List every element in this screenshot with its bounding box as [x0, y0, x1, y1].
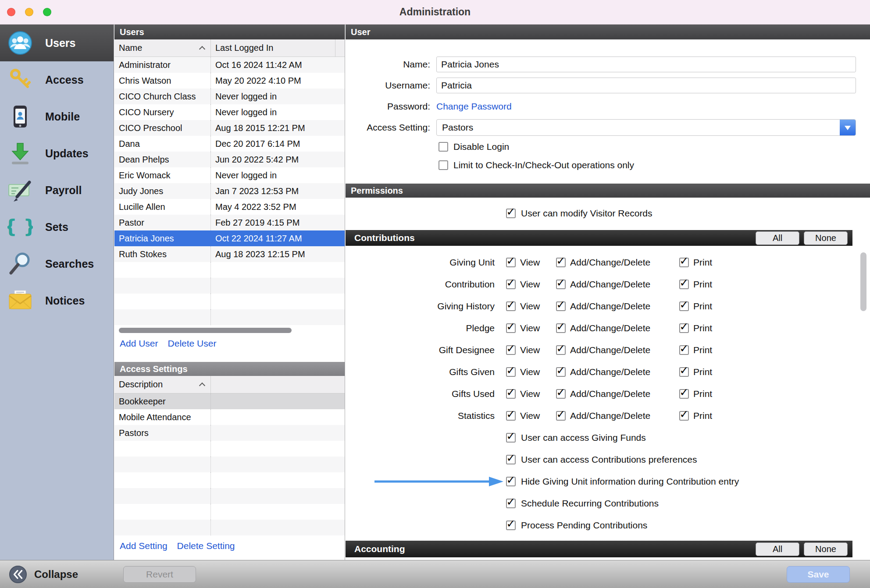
add-change-delete-checkbox[interactable]: [556, 367, 566, 377]
accounting-none-button[interactable]: None: [804, 542, 848, 556]
print-checkbox[interactable]: [679, 258, 689, 267]
user-row[interactable]: Judy Jones Jan 7 2023 12:53 PM: [114, 183, 345, 199]
add-change-delete-checkbox[interactable]: [556, 323, 566, 333]
sidebar-item-payroll[interactable]: Payroll: [0, 172, 114, 209]
sidebar-item-mobile[interactable]: Mobile: [0, 98, 114, 135]
user-row[interactable]: Lucille Allen May 4 2022 3:52 PM: [114, 199, 345, 215]
user-name-cell: Judy Jones: [114, 183, 211, 199]
access-setting-row[interactable]: Mobile Attendance: [114, 409, 345, 425]
permission-option-checkbox[interactable]: [506, 455, 516, 464]
add-change-delete-checkbox[interactable]: [556, 258, 566, 267]
print-checkbox[interactable]: [679, 323, 689, 333]
add-change-delete-label: Add/Change/Delete: [570, 367, 650, 377]
window-title: Administration: [399, 6, 471, 18]
add-change-delete-checkbox[interactable]: [556, 411, 566, 421]
titlebar: Administration: [0, 0, 870, 25]
user-row[interactable]: Chris Watson May 20 2022 4:10 PM: [114, 73, 345, 89]
sidebar-item-access[interactable]: Access: [0, 61, 114, 98]
user-name-cell: Lucille Allen: [114, 199, 211, 215]
users-table: Administrator Oct 16 2024 11:42 AM Chris…: [114, 57, 345, 325]
user-row[interactable]: Dana Dec 20 2017 6:14 PM: [114, 136, 345, 152]
add-change-delete-checkbox[interactable]: [556, 389, 566, 399]
horizontal-scrollbar[interactable]: [119, 328, 340, 333]
name-input[interactable]: [436, 57, 856, 72]
add-setting-link[interactable]: Add Setting: [120, 541, 168, 551]
view-checkbox[interactable]: [506, 323, 516, 333]
username-input[interactable]: [436, 78, 856, 93]
contributions-all-button[interactable]: All: [756, 231, 799, 245]
modify-visitor-records-checkbox[interactable]: [506, 209, 516, 218]
access-setting-row[interactable]: Pastors: [114, 425, 345, 441]
delete-setting-link[interactable]: Delete Setting: [177, 541, 235, 551]
user-name-cell: Eric Womack: [114, 167, 211, 183]
horizontal-scrollbar-thumb[interactable]: [119, 328, 292, 333]
user-name-cell: Patricia Jones: [114, 230, 211, 246]
sidebar-item-notices[interactable]: Notices: [0, 282, 114, 319]
permission-option-checkbox[interactable]: [506, 521, 516, 530]
check-and-pen-icon: [7, 177, 34, 204]
sidebar-item-searches[interactable]: Searches: [0, 245, 114, 282]
permission-option-checkbox[interactable]: [506, 499, 516, 508]
permissions-title: Permissions: [351, 186, 403, 196]
dropdown-chevron-icon[interactable]: [840, 120, 856, 135]
view-checkbox[interactable]: [506, 345, 516, 355]
accounting-all-button[interactable]: All: [756, 542, 799, 556]
sidebar-item-users[interactable]: Users: [0, 25, 114, 61]
sidebar-item-sets[interactable]: { } Sets: [0, 209, 114, 245]
last-logged-in-column-header[interactable]: Last Logged In: [211, 39, 335, 57]
user-row[interactable]: CICO Church Class Never logged in: [114, 89, 345, 104]
print-checkbox[interactable]: [679, 367, 689, 377]
permission-option-row: User can access Contributions preference…: [346, 449, 870, 471]
user-row[interactable]: Patricia Jones Oct 22 2024 11:27 AM: [114, 230, 345, 246]
view-checkbox[interactable]: [506, 367, 516, 377]
add-change-delete-checkbox[interactable]: [556, 345, 566, 355]
user-row[interactable]: CICO Preschool Aug 18 2015 12:21 PM: [114, 120, 345, 136]
access-setting-label: Access Setting:: [346, 122, 430, 133]
vertical-scrollbar-thumb[interactable]: [860, 252, 866, 311]
print-checkbox[interactable]: [679, 411, 689, 421]
user-row[interactable]: CICO Nursery Never logged in: [114, 104, 345, 120]
permissions-header: Permissions: [346, 184, 870, 198]
change-password-link[interactable]: Change Password: [436, 101, 512, 112]
limit-checkin-checkout-checkbox[interactable]: [439, 160, 448, 170]
contributions-none-button[interactable]: None: [804, 231, 848, 245]
permission-option-checkbox[interactable]: [506, 477, 516, 486]
view-checkbox[interactable]: [506, 258, 516, 267]
description-column-header[interactable]: Description: [114, 376, 211, 393]
user-row[interactable]: Eric Womack Never logged in: [114, 167, 345, 183]
revert-button[interactable]: Revert: [123, 566, 196, 583]
zoom-window-button[interactable]: [43, 8, 51, 16]
add-user-link[interactable]: Add User: [120, 338, 158, 349]
user-row[interactable]: Ruth Stokes Aug 18 2023 12:15 PM: [114, 246, 345, 262]
minimize-window-button[interactable]: [25, 8, 33, 16]
print-checkbox[interactable]: [679, 301, 689, 311]
collapse-button[interactable]: Collapse: [9, 560, 78, 588]
limit-checkin-checkout-label: Limit to Check-In/Check-Out operations o…: [453, 160, 634, 170]
print-checkbox[interactable]: [679, 345, 689, 355]
user-name-cell: CICO Nursery: [114, 104, 211, 120]
view-checkbox[interactable]: [506, 301, 516, 311]
add-change-delete-checkbox[interactable]: [556, 280, 566, 289]
print-checkbox[interactable]: [679, 280, 689, 289]
user-row[interactable]: Dean Phelps Jun 20 2022 5:42 PM: [114, 152, 345, 167]
view-checkbox[interactable]: [506, 389, 516, 399]
sidebar-item-updates[interactable]: Updates: [0, 135, 114, 172]
permission-option-checkbox[interactable]: [506, 433, 516, 443]
name-column-header[interactable]: Name: [114, 39, 211, 57]
view-checkbox[interactable]: [506, 411, 516, 421]
permission-row-label: Gifts Used: [346, 389, 506, 399]
delete-user-link[interactable]: Delete User: [168, 338, 217, 349]
access-setting-dropdown[interactable]: Pastors: [436, 119, 856, 136]
save-button[interactable]: Save: [787, 566, 850, 583]
user-row[interactable]: Pastor Feb 27 2019 4:15 PM: [114, 215, 345, 230]
user-last-login-cell: Never logged in: [211, 89, 345, 104]
print-checkbox[interactable]: [679, 389, 689, 399]
disable-login-checkbox[interactable]: [439, 142, 448, 152]
add-change-delete-checkbox[interactable]: [556, 301, 566, 311]
user-panel-header: User: [346, 25, 870, 39]
user-row[interactable]: Administrator Oct 16 2024 11:42 AM: [114, 57, 345, 73]
view-checkbox[interactable]: [506, 280, 516, 289]
access-setting-row[interactable]: Bookkeeper: [114, 393, 345, 409]
add-change-delete-label: Add/Change/Delete: [570, 257, 650, 268]
close-window-button[interactable]: [7, 8, 15, 16]
